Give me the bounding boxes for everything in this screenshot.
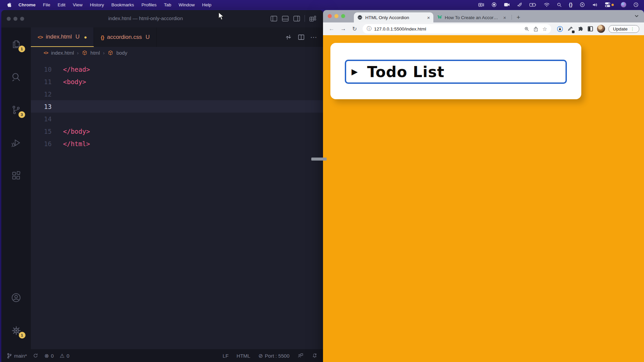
site-info-icon[interactable]: ⓘ xyxy=(367,26,371,32)
language-mode-indicator[interactable]: HTML xyxy=(236,353,250,359)
share-icon[interactable] xyxy=(533,26,538,32)
explorer-icon[interactable]: 1 xyxy=(11,39,21,50)
chrome-window-controls[interactable] xyxy=(328,14,345,18)
split-editor-icon[interactable] xyxy=(298,34,305,41)
chrome-window: HTML Only Accordion × W How To Create an… xyxy=(323,10,644,362)
minimize-window-icon[interactable] xyxy=(13,17,17,21)
wifi-icon[interactable] xyxy=(544,2,550,7)
close-window-icon[interactable] xyxy=(7,17,11,21)
code-line[interactable]: 14 xyxy=(31,113,323,125)
more-actions-icon[interactable]: ⋯ xyxy=(310,33,317,41)
play-circle-icon[interactable] xyxy=(580,2,585,7)
code-line[interactable]: 11<body> xyxy=(31,75,323,88)
menu-file[interactable]: File xyxy=(39,2,54,7)
privacy-extension-icon[interactable] xyxy=(556,25,564,33)
toggle-secondary-sidebar-icon[interactable] xyxy=(293,15,300,22)
minimize-window-icon[interactable] xyxy=(334,14,338,18)
menu-history[interactable]: History xyxy=(86,2,108,7)
window-resize-handle[interactable] xyxy=(311,158,327,161)
details-marker-icon[interactable]: ▶ xyxy=(352,67,358,76)
breadcrumb-html[interactable]: html xyxy=(91,50,100,56)
reload-button[interactable]: ↻ xyxy=(350,25,359,33)
browser-tab-inactive[interactable]: W How To Create an Accordion × xyxy=(434,12,509,22)
warnings-indicator[interactable]: ⚠ 0 xyxy=(60,353,69,359)
menu-profiles[interactable]: Profiles xyxy=(138,2,160,7)
camera-icon[interactable] xyxy=(478,2,484,7)
customize-layout-icon[interactable] xyxy=(309,15,316,22)
extensions-icon[interactable] xyxy=(11,170,21,181)
braces-icon[interactable]: {} xyxy=(569,2,573,7)
record-icon[interactable] xyxy=(491,2,497,7)
unsaved-dot-icon[interactable]: ● xyxy=(84,34,87,40)
tab-index-html[interactable]: <> index.html U ● xyxy=(31,27,94,47)
update-button[interactable]: Update ⋮ xyxy=(608,25,639,33)
notifications-bell-icon[interactable] xyxy=(312,353,318,359)
settings-badge: 1 xyxy=(19,332,25,339)
search-icon[interactable] xyxy=(557,2,562,7)
menu-bookmarks[interactable]: Bookmarks xyxy=(108,2,138,7)
toggle-panel-icon[interactable] xyxy=(282,15,289,22)
toggle-sidebar-icon[interactable] xyxy=(270,15,277,22)
settings-gear-icon[interactable]: 1 xyxy=(11,325,21,336)
menu-chrome[interactable]: Chrome xyxy=(15,2,39,7)
code-line[interactable]: 10</head> xyxy=(31,63,323,75)
search-sidebar-icon[interactable] xyxy=(11,72,21,82)
live-server-port[interactable]: ⊘ Port : 5500 xyxy=(258,353,289,359)
menu-edit[interactable]: Edit xyxy=(54,2,69,7)
url-text[interactable]: 127.0.0.1:5500/index.html xyxy=(374,26,522,32)
tab-accordion-css[interactable]: {} accordion.css U xyxy=(94,27,157,47)
accordion-summary[interactable]: ▶ Todo List xyxy=(345,60,567,84)
forward-button[interactable]: → xyxy=(338,25,348,32)
address-bar[interactable]: ⓘ 127.0.0.1:5500/index.html ☆ xyxy=(363,24,551,34)
run-debug-icon[interactable] xyxy=(11,137,21,148)
video-icon[interactable] xyxy=(504,2,510,7)
menu-window[interactable]: Window xyxy=(175,2,198,7)
bookmark-star-icon[interactable]: ☆ xyxy=(542,26,547,32)
breadcrumb-file[interactable]: index.html xyxy=(51,50,74,56)
source-control-icon[interactable]: 3 xyxy=(11,105,21,115)
control-center-icon[interactable] xyxy=(605,2,614,7)
account-icon[interactable] xyxy=(11,292,21,303)
accordion-card: ▶ Todo List xyxy=(330,43,581,99)
vscode-title-bar[interactable]: index.html — html-only-accordion xyxy=(1,10,323,27)
errors-indicator[interactable]: ⊗ 0 xyxy=(44,353,54,359)
menu-help[interactable]: Help xyxy=(198,2,215,7)
extensions-puzzle-icon[interactable] xyxy=(577,26,584,32)
code-editor[interactable]: 10</head> 11<body> 12 13 14 15</body> 16… xyxy=(31,58,323,349)
clock-icon[interactable] xyxy=(633,2,639,7)
siri-icon[interactable] xyxy=(621,2,626,7)
git-branch-indicator[interactable]: main* xyxy=(7,353,27,359)
dark-mode-extension-icon[interactable] xyxy=(587,26,593,32)
browser-tab-active[interactable]: HTML Only Accordion × xyxy=(354,12,433,22)
apple-logo-icon[interactable] xyxy=(7,2,11,7)
eol-indicator[interactable]: LF xyxy=(223,353,229,359)
code-line[interactable]: 16</html> xyxy=(31,137,323,150)
rocket-icon[interactable] xyxy=(517,2,522,7)
code-line-active[interactable]: 13 xyxy=(31,100,323,113)
back-button[interactable]: ← xyxy=(326,25,337,32)
code-line[interactable]: 12 xyxy=(31,88,323,100)
breadcrumb: <> index.html › html › body xyxy=(31,47,323,58)
sync-changes-icon[interactable] xyxy=(33,353,38,358)
vscode-activity-bar: 1 3 1 xyxy=(1,27,31,349)
menu-tab[interactable]: Tab xyxy=(160,2,175,7)
breadcrumb-body[interactable]: body xyxy=(116,50,127,56)
new-tab-button[interactable]: + xyxy=(514,14,523,21)
vscode-window-controls[interactable] xyxy=(7,17,24,21)
tab-search-chevron-icon[interactable] xyxy=(635,15,639,17)
maximize-window-icon[interactable] xyxy=(20,17,24,21)
maximize-window-icon[interactable] xyxy=(341,14,345,18)
battery-icon[interactable] xyxy=(529,3,537,7)
menu-view[interactable]: View xyxy=(69,2,86,7)
profile-avatar[interactable] xyxy=(597,25,605,33)
open-changes-icon[interactable] xyxy=(285,34,292,41)
feedback-icon[interactable] xyxy=(298,353,304,359)
code-line[interactable]: 15</body> xyxy=(31,125,323,137)
close-tab-icon[interactable]: × xyxy=(503,15,506,20)
close-window-icon[interactable] xyxy=(328,14,332,18)
colorpicker-extension-icon[interactable] xyxy=(567,26,574,32)
zoom-icon[interactable] xyxy=(524,26,529,32)
symbol-cube-icon xyxy=(108,50,113,56)
close-tab-icon[interactable]: × xyxy=(427,15,430,20)
volume-icon[interactable] xyxy=(592,2,598,7)
